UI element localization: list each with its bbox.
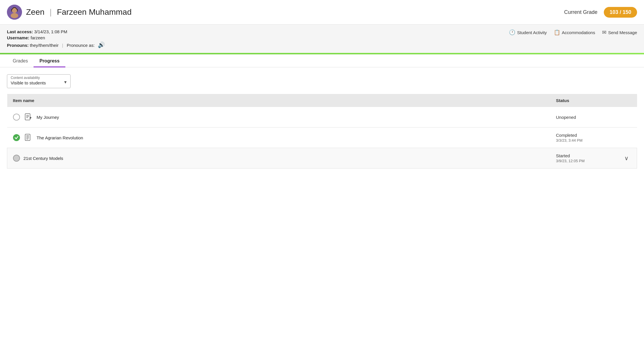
content-availability-dropdown[interactable]: Content availability Visible to students… [7, 74, 71, 88]
status-circle-completed [13, 134, 20, 141]
progress-table: Item name Status [7, 94, 637, 169]
send-message-label: Send Message [608, 30, 637, 35]
tab-grades[interactable]: Grades [7, 54, 34, 67]
status-text-my-journey: Unopened [556, 115, 576, 120]
info-actions: 🕐 Student Activity 📋 Accommodations ✉ Se… [509, 29, 637, 36]
expand-row-button[interactable]: ∨ [622, 155, 631, 162]
status-date-agrarian: 3/3/23, 3:44 PM [556, 138, 631, 143]
accommodations-label: Accommodations [562, 30, 595, 35]
status-cell-21st-inner: Started 3/9/23, 12:05 PM ∨ [556, 153, 631, 163]
header-left: Zeen | Farzeen Muhammad [7, 5, 132, 20]
last-access-label: Last access: [7, 29, 33, 34]
pronounce-audio-button[interactable]: 🔊 [98, 41, 105, 48]
info-left: Last access: 3/14/23, 1:08 PM Username: … [7, 29, 105, 48]
content-availability-select[interactable]: Visible to students Hidden from students [11, 80, 67, 85]
col-status: Status [550, 94, 637, 107]
pronounce-as-label: Pronounce as: [67, 43, 95, 48]
assignment-icon [23, 112, 33, 122]
svg-point-2 [11, 13, 18, 18]
item-cell-inner: My Journey [13, 112, 545, 122]
status-text-agrarian: Completed [556, 133, 631, 138]
item-name-21st: 21st Century Models [23, 156, 63, 161]
status-date-21st: 3/9/23, 12:05 PM [556, 159, 585, 163]
status-cell-21st: Started 3/9/23, 12:05 PM ∨ [550, 148, 637, 169]
username-value-text: farzeen [31, 35, 45, 40]
header: Zeen | Farzeen Muhammad Current Grade 10… [0, 0, 644, 25]
username-line: Username: farzeen [7, 35, 105, 40]
tab-progress[interactable]: Progress [34, 54, 65, 67]
tab-bar: Grades Progress [0, 54, 644, 67]
status-text-21st: Started [556, 153, 585, 158]
pronouns-value-text: they/them/their [30, 43, 58, 48]
current-grade-label: Current Grade [564, 9, 597, 15]
last-access-line: Last access: 3/14/23, 1:08 PM [7, 29, 105, 34]
status-cell-my-journey: Unopened [550, 107, 637, 128]
status-circle-started [13, 155, 20, 162]
pipe-separator: | [62, 43, 63, 48]
svg-rect-8 [25, 134, 30, 141]
item-name-agrarian: The Agrarian Revolution [37, 135, 83, 140]
student-activity-label: Student Activity [517, 30, 547, 35]
envelope-icon: ✉ [602, 29, 606, 36]
main-content: Content availability Visible to students… [0, 67, 644, 176]
avatar [7, 5, 22, 20]
dropdown-label: Content availability [11, 76, 67, 80]
item-cell-inner: 21st Century Models [13, 155, 545, 162]
info-bar: Last access: 3/14/23, 1:08 PM Username: … [0, 25, 644, 53]
list-icon [23, 133, 33, 143]
pronouns-label: Pronouns: [7, 43, 29, 48]
svg-rect-3 [25, 114, 30, 120]
status-circle-unopened [13, 114, 20, 121]
title-separator: | [50, 8, 52, 16]
status-cell-agrarian: Completed 3/3/23, 3:44 PM [550, 128, 637, 148]
username-label: Username: [7, 35, 29, 40]
page-title: Zeen | Farzeen Muhammad [26, 8, 132, 17]
pronouns-line: Pronouns: they/them/their | Pronounce as… [7, 41, 105, 48]
item-name-my-journey: My Journey [37, 115, 59, 120]
send-message-button[interactable]: ✉ Send Message [602, 29, 637, 36]
header-right: Current Grade 103 / 150 [564, 7, 637, 18]
item-cell-inner: The Agrarian Revolution [13, 133, 545, 143]
item-cell-my-journey: My Journey [7, 107, 550, 128]
chevron-down-icon: ∨ [624, 155, 629, 161]
clipboard-icon: 📋 [554, 29, 560, 36]
table-row: 21st Century Models Started 3/9/23, 12:0… [7, 148, 637, 169]
audio-icon: 🔊 [98, 41, 105, 48]
grade-badge: 103 / 150 [604, 7, 637, 18]
item-cell-21st: 21st Century Models [7, 148, 550, 169]
student-activity-button[interactable]: 🕐 Student Activity [509, 29, 547, 36]
accommodations-button[interactable]: 📋 Accommodations [554, 29, 595, 36]
table-row: My Journey Unopened [7, 107, 637, 128]
col-item-name: Item name [7, 94, 550, 107]
clock-icon: 🕐 [509, 29, 515, 36]
table-row: The Agrarian Revolution Completed 3/3/23… [7, 128, 637, 148]
item-cell-agrarian: The Agrarian Revolution [7, 128, 550, 148]
last-access-value-text: 3/14/23, 1:08 PM [34, 29, 67, 34]
table-header-row: Item name Status [7, 94, 637, 107]
